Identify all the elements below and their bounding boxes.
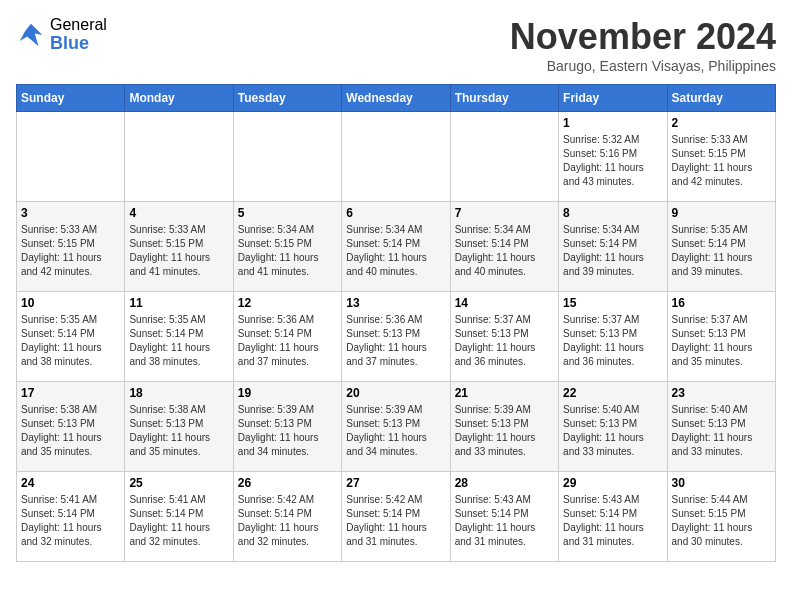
day-info: Sunrise: 5:43 AM Sunset: 5:14 PM Dayligh… xyxy=(563,493,662,549)
day-number: 4 xyxy=(129,206,228,220)
day-info: Sunrise: 5:37 AM Sunset: 5:13 PM Dayligh… xyxy=(563,313,662,369)
calendar-cell: 28Sunrise: 5:43 AM Sunset: 5:14 PM Dayli… xyxy=(450,472,558,562)
day-number: 17 xyxy=(21,386,120,400)
day-info: Sunrise: 5:36 AM Sunset: 5:13 PM Dayligh… xyxy=(346,313,445,369)
day-info: Sunrise: 5:38 AM Sunset: 5:13 PM Dayligh… xyxy=(129,403,228,459)
day-info: Sunrise: 5:34 AM Sunset: 5:14 PM Dayligh… xyxy=(563,223,662,279)
calendar-cell: 12Sunrise: 5:36 AM Sunset: 5:14 PM Dayli… xyxy=(233,292,341,382)
calendar-cell: 11Sunrise: 5:35 AM Sunset: 5:14 PM Dayli… xyxy=(125,292,233,382)
logo-icon xyxy=(16,20,46,50)
calendar-cell xyxy=(17,112,125,202)
day-number: 3 xyxy=(21,206,120,220)
calendar-cell: 22Sunrise: 5:40 AM Sunset: 5:13 PM Dayli… xyxy=(559,382,667,472)
day-number: 14 xyxy=(455,296,554,310)
weekday-header: Friday xyxy=(559,85,667,112)
svg-marker-0 xyxy=(20,23,43,46)
calendar-week-row: 17Sunrise: 5:38 AM Sunset: 5:13 PM Dayli… xyxy=(17,382,776,472)
calendar-cell: 13Sunrise: 5:36 AM Sunset: 5:13 PM Dayli… xyxy=(342,292,450,382)
day-info: Sunrise: 5:33 AM Sunset: 5:15 PM Dayligh… xyxy=(672,133,771,189)
day-number: 12 xyxy=(238,296,337,310)
day-number: 18 xyxy=(129,386,228,400)
day-number: 19 xyxy=(238,386,337,400)
day-number: 20 xyxy=(346,386,445,400)
day-number: 24 xyxy=(21,476,120,490)
calendar-cell: 7Sunrise: 5:34 AM Sunset: 5:14 PM Daylig… xyxy=(450,202,558,292)
day-info: Sunrise: 5:32 AM Sunset: 5:16 PM Dayligh… xyxy=(563,133,662,189)
day-number: 28 xyxy=(455,476,554,490)
title-section: November 2024 Barugo, Eastern Visayas, P… xyxy=(510,16,776,74)
calendar-cell: 1Sunrise: 5:32 AM Sunset: 5:16 PM Daylig… xyxy=(559,112,667,202)
calendar-cell: 26Sunrise: 5:42 AM Sunset: 5:14 PM Dayli… xyxy=(233,472,341,562)
calendar-cell: 10Sunrise: 5:35 AM Sunset: 5:14 PM Dayli… xyxy=(17,292,125,382)
weekday-header: Monday xyxy=(125,85,233,112)
day-number: 5 xyxy=(238,206,337,220)
day-info: Sunrise: 5:39 AM Sunset: 5:13 PM Dayligh… xyxy=(346,403,445,459)
logo-general: General xyxy=(50,16,107,34)
calendar-cell: 24Sunrise: 5:41 AM Sunset: 5:14 PM Dayli… xyxy=(17,472,125,562)
day-info: Sunrise: 5:38 AM Sunset: 5:13 PM Dayligh… xyxy=(21,403,120,459)
day-info: Sunrise: 5:36 AM Sunset: 5:14 PM Dayligh… xyxy=(238,313,337,369)
calendar-cell: 16Sunrise: 5:37 AM Sunset: 5:13 PM Dayli… xyxy=(667,292,775,382)
logo-blue: Blue xyxy=(50,34,107,54)
day-number: 21 xyxy=(455,386,554,400)
day-info: Sunrise: 5:33 AM Sunset: 5:15 PM Dayligh… xyxy=(129,223,228,279)
day-number: 9 xyxy=(672,206,771,220)
calendar-cell: 19Sunrise: 5:39 AM Sunset: 5:13 PM Dayli… xyxy=(233,382,341,472)
day-number: 2 xyxy=(672,116,771,130)
calendar-cell: 14Sunrise: 5:37 AM Sunset: 5:13 PM Dayli… xyxy=(450,292,558,382)
month-title: November 2024 xyxy=(510,16,776,58)
calendar-cell: 23Sunrise: 5:40 AM Sunset: 5:13 PM Dayli… xyxy=(667,382,775,472)
day-number: 23 xyxy=(672,386,771,400)
calendar-cell: 6Sunrise: 5:34 AM Sunset: 5:14 PM Daylig… xyxy=(342,202,450,292)
day-info: Sunrise: 5:40 AM Sunset: 5:13 PM Dayligh… xyxy=(563,403,662,459)
calendar-cell: 15Sunrise: 5:37 AM Sunset: 5:13 PM Dayli… xyxy=(559,292,667,382)
day-info: Sunrise: 5:37 AM Sunset: 5:13 PM Dayligh… xyxy=(455,313,554,369)
calendar-cell: 8Sunrise: 5:34 AM Sunset: 5:14 PM Daylig… xyxy=(559,202,667,292)
weekday-header: Sunday xyxy=(17,85,125,112)
day-info: Sunrise: 5:39 AM Sunset: 5:13 PM Dayligh… xyxy=(455,403,554,459)
calendar-cell: 29Sunrise: 5:43 AM Sunset: 5:14 PM Dayli… xyxy=(559,472,667,562)
calendar-cell: 4Sunrise: 5:33 AM Sunset: 5:15 PM Daylig… xyxy=(125,202,233,292)
calendar-cell: 27Sunrise: 5:42 AM Sunset: 5:14 PM Dayli… xyxy=(342,472,450,562)
calendar-cell: 5Sunrise: 5:34 AM Sunset: 5:15 PM Daylig… xyxy=(233,202,341,292)
day-info: Sunrise: 5:39 AM Sunset: 5:13 PM Dayligh… xyxy=(238,403,337,459)
calendar-cell: 18Sunrise: 5:38 AM Sunset: 5:13 PM Dayli… xyxy=(125,382,233,472)
day-number: 22 xyxy=(563,386,662,400)
calendar-cell: 20Sunrise: 5:39 AM Sunset: 5:13 PM Dayli… xyxy=(342,382,450,472)
calendar-cell: 3Sunrise: 5:33 AM Sunset: 5:15 PM Daylig… xyxy=(17,202,125,292)
day-number: 16 xyxy=(672,296,771,310)
day-info: Sunrise: 5:34 AM Sunset: 5:15 PM Dayligh… xyxy=(238,223,337,279)
day-number: 27 xyxy=(346,476,445,490)
day-number: 13 xyxy=(346,296,445,310)
calendar-header-row: SundayMondayTuesdayWednesdayThursdayFrid… xyxy=(17,85,776,112)
calendar-week-row: 24Sunrise: 5:41 AM Sunset: 5:14 PM Dayli… xyxy=(17,472,776,562)
day-number: 15 xyxy=(563,296,662,310)
day-number: 7 xyxy=(455,206,554,220)
calendar-cell: 9Sunrise: 5:35 AM Sunset: 5:14 PM Daylig… xyxy=(667,202,775,292)
day-info: Sunrise: 5:41 AM Sunset: 5:14 PM Dayligh… xyxy=(21,493,120,549)
calendar-table: SundayMondayTuesdayWednesdayThursdayFrid… xyxy=(16,84,776,562)
calendar-cell: 17Sunrise: 5:38 AM Sunset: 5:13 PM Dayli… xyxy=(17,382,125,472)
day-info: Sunrise: 5:33 AM Sunset: 5:15 PM Dayligh… xyxy=(21,223,120,279)
calendar-cell: 2Sunrise: 5:33 AM Sunset: 5:15 PM Daylig… xyxy=(667,112,775,202)
calendar-cell xyxy=(233,112,341,202)
day-info: Sunrise: 5:40 AM Sunset: 5:13 PM Dayligh… xyxy=(672,403,771,459)
day-info: Sunrise: 5:35 AM Sunset: 5:14 PM Dayligh… xyxy=(21,313,120,369)
calendar-cell: 21Sunrise: 5:39 AM Sunset: 5:13 PM Dayli… xyxy=(450,382,558,472)
day-info: Sunrise: 5:34 AM Sunset: 5:14 PM Dayligh… xyxy=(346,223,445,279)
day-info: Sunrise: 5:37 AM Sunset: 5:13 PM Dayligh… xyxy=(672,313,771,369)
day-info: Sunrise: 5:35 AM Sunset: 5:14 PM Dayligh… xyxy=(129,313,228,369)
calendar-cell xyxy=(450,112,558,202)
day-info: Sunrise: 5:35 AM Sunset: 5:14 PM Dayligh… xyxy=(672,223,771,279)
day-number: 25 xyxy=(129,476,228,490)
calendar-cell xyxy=(342,112,450,202)
page-header: General Blue November 2024 Barugo, Easte… xyxy=(16,16,776,74)
calendar-week-row: 3Sunrise: 5:33 AM Sunset: 5:15 PM Daylig… xyxy=(17,202,776,292)
day-info: Sunrise: 5:44 AM Sunset: 5:15 PM Dayligh… xyxy=(672,493,771,549)
location: Barugo, Eastern Visayas, Philippines xyxy=(510,58,776,74)
calendar-cell: 30Sunrise: 5:44 AM Sunset: 5:15 PM Dayli… xyxy=(667,472,775,562)
calendar-week-row: 1Sunrise: 5:32 AM Sunset: 5:16 PM Daylig… xyxy=(17,112,776,202)
day-number: 29 xyxy=(563,476,662,490)
day-info: Sunrise: 5:42 AM Sunset: 5:14 PM Dayligh… xyxy=(238,493,337,549)
day-info: Sunrise: 5:34 AM Sunset: 5:14 PM Dayligh… xyxy=(455,223,554,279)
